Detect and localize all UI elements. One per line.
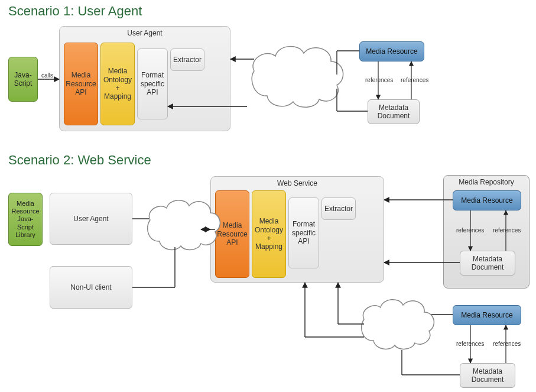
format-specific-api-s2: Format specific API <box>288 197 319 268</box>
media-resource-s2-ext: Media Resource <box>453 305 521 325</box>
refs-s1-right: references <box>401 77 428 83</box>
media-repository-label: Media Repository <box>444 178 529 186</box>
refs-s2a-right: references <box>493 227 521 234</box>
metadata-document-s1: Metadata Document <box>368 99 420 124</box>
web-service-label: Web Service <box>211 179 384 187</box>
refs-s2b-left: references <box>456 341 484 347</box>
scenario1-title: Scenario 1: User Agent <box>8 4 142 19</box>
non-ui-client: Non-UI client <box>50 266 132 309</box>
metadata-document-s2-repo: Metadata Document <box>460 251 515 276</box>
javascript-box: Java- Script <box>8 57 38 102</box>
scenario2-title: Scenario 2: Web Service <box>8 153 151 168</box>
extractor-s1: Extractor <box>170 48 204 71</box>
cloud-s2a <box>148 200 220 250</box>
refs-s2a-left: references <box>456 227 484 234</box>
format-specific-api-s1: Format specific API <box>137 48 168 119</box>
media-ontology-mapping-s2: Media Ontology + Mapping <box>252 190 286 278</box>
cloud-s1 <box>252 47 343 108</box>
metadata-document-s2-ext: Metadata Document <box>460 363 515 388</box>
media-resource-api-s2: Media Resource API <box>215 190 249 278</box>
extractor-s2: Extractor <box>321 197 356 220</box>
calls-label: calls <box>41 72 53 79</box>
media-ontology-mapping-s1: Media Ontology + Mapping <box>100 43 135 125</box>
cloud-s2b <box>362 300 434 349</box>
refs-s2b-right: references <box>493 341 521 347</box>
media-resource-s2-repo: Media Resource <box>453 190 521 210</box>
media-resource-js-library: Media Resource Java- Script Library <box>8 193 43 246</box>
media-resource-api-s1: Media Resource API <box>64 43 98 125</box>
media-resource-s1: Media Resource <box>359 41 424 61</box>
user-agent-box-s2: User Agent <box>50 193 132 245</box>
refs-s1-left: references <box>365 77 393 83</box>
user-agent-label: User Agent <box>60 29 230 37</box>
